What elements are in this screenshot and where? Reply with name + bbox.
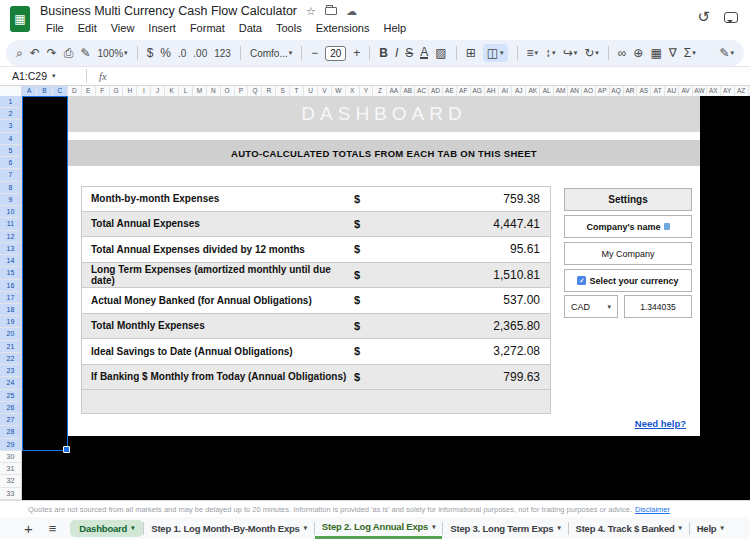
company-name-label[interactable]: Company's name: [564, 215, 692, 238]
tab-step3-long-term-exps[interactable]: Step 3. Long Term Exps ▾: [443, 517, 567, 539]
tab-step2-log-annual-exps[interactable]: Step 2. Log Annual Exps ▾: [315, 517, 443, 539]
functions-button[interactable]: Σ ▾: [684, 46, 696, 60]
row-label[interactable]: Month-by-month Expenses: [82, 193, 354, 204]
row-header[interactable]: 27: [0, 414, 21, 426]
column-header[interactable]: AD: [429, 86, 443, 96]
column-header[interactable]: AJ: [512, 86, 526, 96]
row-header[interactable]: 33: [0, 488, 21, 500]
insert-chart-button[interactable]: ▦: [650, 46, 661, 60]
menu-item[interactable]: Data: [233, 21, 268, 35]
fill-color-button[interactable]: ▨: [435, 46, 446, 60]
row-header[interactable]: 25: [0, 390, 21, 402]
tab-help[interactable]: Help ▾: [690, 517, 731, 539]
table-row[interactable]: Actual Money Banked (for Annual Obligati…: [81, 288, 551, 314]
row-label[interactable]: Total Monthly Expenses: [82, 320, 354, 331]
row-header[interactable]: 9: [0, 194, 21, 206]
column-header[interactable]: AE: [443, 86, 457, 96]
row-header[interactable]: 4: [0, 133, 21, 145]
column-header[interactable]: X: [346, 86, 360, 96]
document-title[interactable]: Business Multi Currency Cash Flow Calcul…: [40, 4, 297, 18]
need-help-link[interactable]: Need help?: [635, 418, 686, 429]
tab-step1-log-month-by-month-exps[interactable]: Step 1. Log Month-By-Month Exps ▾: [144, 517, 314, 539]
column-header[interactable]: R: [262, 86, 276, 96]
table-row[interactable]: Month-by-month Expenses $ 759.38: [81, 186, 551, 212]
column-header[interactable]: AB: [401, 86, 415, 96]
column-header[interactable]: AC: [415, 86, 429, 96]
column-header[interactable]: AA: [387, 86, 401, 96]
column-header[interactable]: AN: [568, 86, 582, 96]
row-header[interactable]: 19: [0, 316, 21, 328]
row-header[interactable]: 22: [0, 353, 21, 365]
table-row[interactable]: Long Term Expenses (amortized monthly un…: [81, 263, 551, 289]
column-header[interactable]: AH: [485, 86, 499, 96]
row-header[interactable]: 20: [0, 328, 21, 340]
tab-dashboard[interactable]: Dashboard ▾: [70, 520, 143, 537]
row-value[interactable]: 4,447.41: [380, 217, 550, 231]
more-formats-button[interactable]: 123: [214, 48, 231, 59]
currency-symbol[interactable]: $: [354, 243, 380, 255]
column-header[interactable]: AG: [471, 86, 485, 96]
percent-format-button[interactable]: %: [160, 46, 171, 60]
column-header[interactable]: T: [290, 86, 304, 96]
search-icon[interactable]: ⌕: [16, 46, 23, 60]
row-header[interactable]: 8: [0, 182, 21, 194]
bold-button[interactable]: B: [379, 46, 388, 60]
menu-item[interactable]: File: [40, 21, 70, 35]
currency-symbol[interactable]: $: [354, 345, 380, 357]
row-header[interactable]: 21: [0, 341, 21, 353]
table-row[interactable]: Total Monthly Expenses $ 2,365.80: [81, 314, 551, 340]
font-family-control[interactable]: Comfo... ▾: [250, 48, 292, 59]
name-box[interactable]: A1:C29 ▾: [0, 70, 86, 82]
row-header[interactable]: 30: [0, 451, 21, 463]
currency-symbol[interactable]: $: [354, 218, 380, 230]
row-header[interactable]: 24: [0, 377, 21, 389]
column-header[interactable]: AY: [721, 86, 735, 96]
currency-symbol[interactable]: $: [354, 269, 380, 281]
row-value[interactable]: 799.63: [380, 370, 550, 384]
row-header[interactable]: 16: [0, 280, 21, 292]
row-header[interactable]: 7: [0, 169, 21, 181]
tab-step4-track-banked[interactable]: Step 4. Track $ Banked ▾: [569, 517, 689, 539]
row-header[interactable]: 14: [0, 255, 21, 267]
table-row[interactable]: Total Annual Expenses $ 4,447.41: [81, 212, 551, 238]
column-header[interactable]: N: [207, 86, 221, 96]
table-row[interactable]: Total Annual Expenses divided by 12 mont…: [81, 237, 551, 263]
column-header[interactable]: AK: [526, 86, 540, 96]
column-header[interactable]: AS: [637, 86, 651, 96]
column-header[interactable]: AU: [665, 86, 679, 96]
column-header[interactable]: S: [276, 86, 290, 96]
dashboard-title[interactable]: DASHBOARD: [68, 96, 700, 132]
font-size-input[interactable]: 20: [325, 46, 346, 61]
undo-icon[interactable]: ↶: [30, 46, 40, 60]
menu-item[interactable]: Tools: [270, 21, 308, 35]
company-name-value[interactable]: My Company: [564, 242, 692, 265]
table-row[interactable]: If Banking $ Monthly from Today (Annual …: [81, 365, 551, 391]
currency-symbol[interactable]: $: [354, 320, 380, 332]
row-header[interactable]: 23: [0, 365, 21, 377]
column-header[interactable]: AM: [554, 86, 568, 96]
column-header[interactable]: L: [179, 86, 193, 96]
decrease-font-size-button[interactable]: −: [311, 46, 318, 60]
column-header[interactable]: AO: [582, 86, 596, 96]
redo-icon[interactable]: ↷: [47, 46, 57, 60]
currency-symbol[interactable]: $: [354, 193, 380, 205]
insert-link-button[interactable]: ∞: [618, 46, 627, 60]
column-header[interactable]: O: [221, 86, 235, 96]
column-header[interactable]: AQ: [610, 86, 624, 96]
row-value[interactable]: 3,272.08: [380, 344, 550, 358]
menu-item[interactable]: View: [105, 21, 141, 35]
column-header[interactable]: AF: [457, 86, 471, 96]
menu-item[interactable]: Insert: [142, 21, 182, 35]
row-value[interactable]: 1,510.81: [380, 268, 550, 282]
comments-icon[interactable]: [724, 12, 738, 23]
increase-decimal-button[interactable]: .00: [193, 48, 207, 59]
currency-symbol[interactable]: $: [354, 371, 380, 383]
row-header[interactable]: 13: [0, 243, 21, 255]
add-sheet-icon[interactable]: +: [24, 520, 33, 537]
column-header[interactable]: V: [318, 86, 332, 96]
column-header[interactable]: AR: [624, 86, 638, 96]
row-label[interactable]: If Banking $ Monthly from Today (Annual …: [82, 371, 354, 382]
column-header[interactable]: M: [193, 86, 207, 96]
borders-button[interactable]: ⊞: [466, 46, 476, 60]
row-header[interactable]: 28: [0, 426, 21, 438]
